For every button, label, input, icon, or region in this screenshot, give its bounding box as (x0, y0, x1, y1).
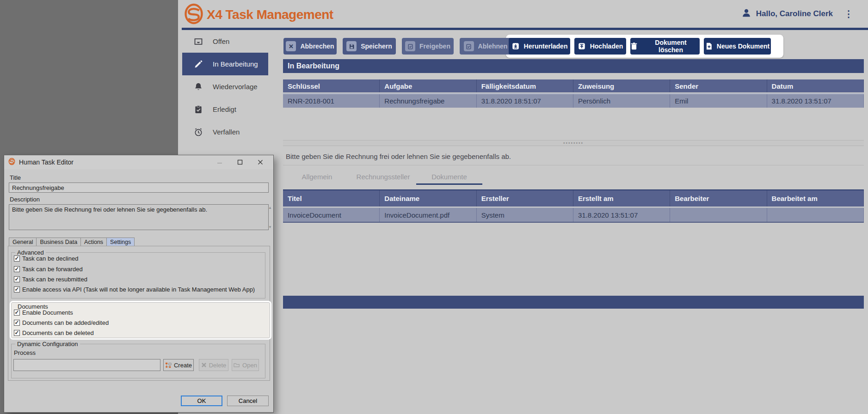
cancel-button[interactable]: ✕ Abbrechen (283, 38, 337, 55)
splitter-handle[interactable]: •••••••• (283, 140, 864, 146)
sidebar-item-wiedervorlage[interactable]: Wiedervorlage (178, 75, 283, 98)
app-title: X4 Task Management (207, 7, 333, 22)
description-textarea[interactable]: Bitte geben Sie die Rechnung frei oder l… (9, 204, 269, 230)
app-window: X4 Task Management Hallo, Caroline Clerk… (178, 0, 868, 414)
checkbox-icon[interactable] (14, 286, 20, 292)
detail-tabs: Allgemein Rechnungssteller Dokumente (284, 170, 482, 185)
header-divider (182, 28, 868, 30)
decline-button[interactable]: Ablehnen (460, 38, 511, 55)
sidebar-item-label: Wiedervorlage (213, 83, 258, 91)
sidebar-item-erledigt[interactable]: Erledigt (178, 98, 283, 121)
maximize-icon[interactable] (230, 155, 250, 169)
documents-table-row[interactable]: InvoiceDocument InvoiceDocument.pdf Syst… (283, 207, 864, 223)
alarm-clock-icon (193, 127, 203, 137)
task-table-row[interactable]: RNR-2018-001 Rechnungsfreigabe 31.8.2020… (283, 93, 864, 108)
sidebar-item-label: Offen (213, 37, 229, 45)
minimize-icon[interactable] (209, 155, 230, 169)
checkbox-task-can-be-resubmitted[interactable]: Task can be resubmitted (14, 276, 87, 283)
checkbox-task-can-be-declined[interactable]: Task can be declined (14, 255, 78, 262)
column-header[interactable]: Fälligkeitsdatum (477, 79, 573, 92)
checkbox-icon[interactable] (14, 276, 20, 282)
clipboard-check-icon (464, 41, 474, 51)
dynamic-configuration-legend: Dynamic Configuration (15, 341, 80, 347)
x-icon: ✕ (286, 41, 296, 51)
upload-button[interactable]: Hochladen (574, 38, 626, 55)
clipboard-check-icon (405, 41, 415, 51)
column-header[interactable]: Bearbeiter (670, 190, 767, 207)
checkbox-icon[interactable] (14, 266, 20, 272)
detail-footer-bar (283, 296, 864, 309)
clipboard-check-icon (193, 104, 203, 115)
cell-bearbeiter (670, 208, 767, 222)
checkbox-task-can-be-forwarded[interactable]: Task can be forwarded (14, 266, 83, 273)
sidebar-item-in-bearbeitung[interactable]: In Bearbeitung (182, 53, 268, 75)
cell-schluessel: RNR-2018-001 (283, 94, 380, 108)
delete-process-button[interactable]: Delete (199, 359, 228, 371)
task-table-header: Schlüssel Aufgabe Fälligkeitsdatum Zuwei… (283, 79, 864, 92)
approve-button[interactable]: Freigeben (402, 38, 454, 55)
x-icon (201, 362, 207, 368)
process-input[interactable] (13, 359, 160, 371)
description-label: Description (10, 196, 40, 203)
brand: X4 Task Management (185, 4, 333, 26)
kebab-menu-icon[interactable]: ⋮ (844, 8, 853, 19)
dialog-titlebar[interactable]: Human Task Editor (4, 155, 273, 169)
column-header[interactable]: Schlüssel (283, 79, 380, 92)
sidebar-item-offen[interactable]: Offen (178, 30, 283, 53)
cell-sender: Emil (670, 94, 767, 108)
cancel-button[interactable]: Cancel (227, 396, 269, 406)
column-header[interactable]: Bearbeitet am (767, 190, 864, 207)
title-label: Title (10, 174, 21, 181)
sidebar-item-label: In Bearbeitung (213, 60, 258, 68)
bell-icon (193, 82, 203, 92)
cell-ersteller: System (477, 208, 573, 222)
sidebar-item-verfallen[interactable]: Verfallen (178, 121, 283, 143)
checkbox-icon[interactable] (14, 320, 20, 326)
column-header[interactable]: Zuweisung (573, 79, 670, 92)
ok-button[interactable]: OK (181, 396, 222, 406)
save-button[interactable]: Speichern (343, 38, 396, 55)
create-process-button[interactable]: Create (163, 359, 194, 371)
checkbox-enable-access-via-api[interactable]: Enable access via API (Task will not be … (14, 286, 255, 293)
tab-actions[interactable]: Actions (80, 237, 106, 246)
checkbox-icon[interactable] (14, 256, 20, 262)
checkbox-documents-can-be-added-edited[interactable]: Documents can be added/edited (14, 319, 109, 326)
column-header[interactable]: Aufgabe (380, 79, 476, 92)
x4-logo-icon (8, 158, 15, 167)
drag-dots-icon: •••••••• (563, 142, 584, 144)
tab-business-data[interactable]: Business Data (36, 237, 80, 246)
checkbox-icon[interactable] (14, 310, 20, 316)
open-process-button[interactable]: Open (232, 359, 259, 371)
tab-dokumente[interactable]: Dokumente (416, 170, 482, 185)
workflow-icon (165, 362, 172, 368)
download-button[interactable]: Herunterladen (509, 38, 570, 55)
close-icon[interactable] (250, 155, 271, 169)
new-document-button[interactable]: Neues Dokument (704, 38, 771, 55)
checkbox-enable-documents[interactable]: Enable Documents (14, 309, 73, 316)
checkbox-icon[interactable] (14, 330, 20, 336)
section-title-bar: In Bearbeitung (283, 59, 864, 73)
cell-dateiname: InvoiceDocument.pdf (380, 208, 476, 222)
tab-general[interactable]: General (9, 237, 36, 246)
scroll-up-icon[interactable]: ▲ (268, 206, 272, 210)
cell-erstellt-am: 31.8.2020 13:51:07 (573, 208, 670, 222)
sidebar: Offen In Bearbeitung Wiedervorlage (178, 30, 283, 143)
column-header[interactable]: Ersteller (477, 190, 573, 207)
app-header: X4 Task Management Hallo, Caroline Clerk… (178, 0, 868, 28)
column-header[interactable]: Datum (767, 79, 864, 92)
column-header[interactable]: Erstellt am (573, 190, 670, 207)
column-header[interactable]: Dateiname (380, 190, 476, 207)
tab-settings[interactable]: Settings (106, 237, 135, 246)
tab-rechnungssteller[interactable]: Rechnungssteller (350, 170, 416, 185)
tab-allgemein[interactable]: Allgemein (284, 170, 350, 185)
cell-aufgabe: Rechnungsfreigabe (380, 94, 476, 108)
user-icon (741, 8, 751, 20)
message-divider (283, 165, 864, 165)
column-header[interactable]: Sender (670, 79, 767, 92)
column-header[interactable]: Titel (283, 190, 380, 207)
checkbox-documents-can-be-deleted[interactable]: Documents can be deleted (14, 329, 94, 336)
scroll-down-icon[interactable]: ▼ (268, 225, 272, 229)
documents-table-header: Titel Dateiname Ersteller Erstellt am Be… (283, 189, 864, 207)
delete-document-button[interactable]: Dokument löschen (630, 38, 700, 55)
title-input[interactable] (9, 183, 269, 193)
